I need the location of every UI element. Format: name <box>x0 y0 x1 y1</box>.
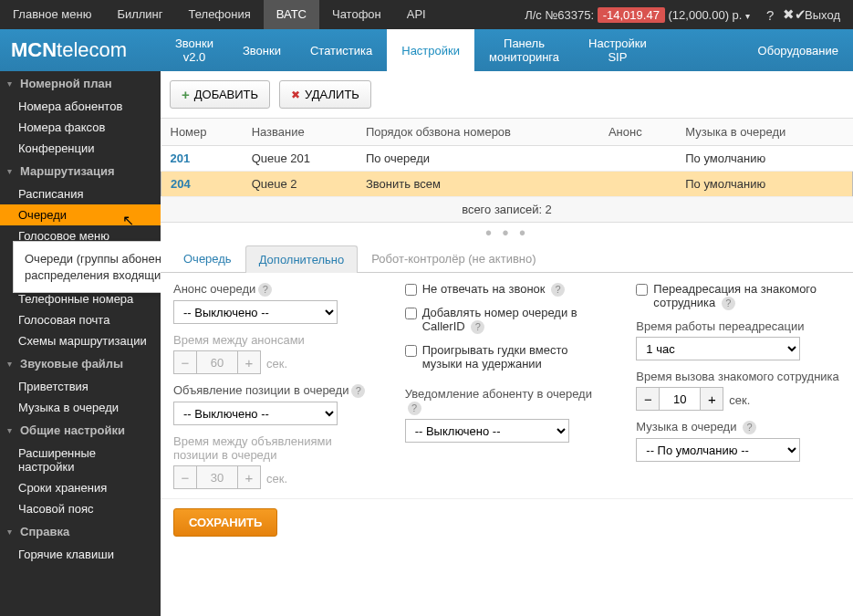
table-footer: всего записей: 2 <box>161 197 853 223</box>
form-additional: Анонс очереди? -- Выключено -- Время меж… <box>161 273 853 498</box>
col-number[interactable]: Номер <box>161 119 243 146</box>
label-music: Музыка в очереди ? <box>636 420 840 434</box>
add-button[interactable]: ДОБАВИТЬ <box>170 80 270 109</box>
sidebar-item-voicemail[interactable]: Голосовая почта <box>0 309 161 330</box>
chk-redirect[interactable]: Переадресация на знакомого сотрудника ? <box>636 282 840 310</box>
nav-monitoring[interactable]: Панель мониторинга <box>474 29 574 71</box>
sidebar-group-help[interactable]: ▾Справка <box>0 519 161 544</box>
label-familiar-call: Время вызова знакомого сотрудника <box>636 370 840 383</box>
account-info[interactable]: Л/с №63375: -14,019.47 (12,000.00) р. ▾ <box>525 8 759 22</box>
help-icon[interactable]: ? <box>471 320 484 334</box>
stepper-familiar-call: − + <box>636 387 723 411</box>
topnav-item-main[interactable]: Главное меню <box>0 0 104 29</box>
nav-equipment[interactable]: Оборудование <box>744 29 853 71</box>
sidebar-item-subscriber-numbers[interactable]: Номера абонентов <box>0 96 161 117</box>
select-anons[interactable]: -- Выключено -- <box>173 300 338 324</box>
stepper-plus[interactable]: + <box>700 387 723 411</box>
help-icon[interactable]: ? <box>743 421 756 434</box>
delete-button[interactable]: УДАЛИТЬ <box>279 80 371 109</box>
topnav-item-vats[interactable]: ВАТС <box>264 0 319 29</box>
help-icon[interactable]: ? <box>351 384 365 398</box>
sidebar: ▾Номерной план Номера абонентов Номера ф… <box>0 71 161 616</box>
tab-robot[interactable]: Робот-контролёр (не активно) <box>358 245 549 272</box>
nav-calls-v2[interactable]: Звонки v2.0 <box>161 29 228 71</box>
label-notify: Уведомление абоненту в очереди ? <box>405 387 609 415</box>
form-col-3: Переадресация на знакомого сотрудника ? … <box>636 282 840 489</box>
sidebar-item-schedules[interactable]: Расписания <box>0 183 161 204</box>
col-anons[interactable]: Анонс <box>599 119 676 146</box>
topnav-item-chatophone[interactable]: Чатофон <box>319 0 394 29</box>
sidebar-item-queues[interactable]: Очереди <box>0 204 161 225</box>
col-name[interactable]: Название <box>243 119 357 146</box>
sidebar-group-routing[interactable]: ▾Маршрутизация <box>0 159 161 183</box>
toolbar: ДОБАВИТЬ УДАЛИТЬ <box>161 71 853 119</box>
cell-num: 201 <box>161 146 243 172</box>
help-icon[interactable]: ? <box>551 283 565 297</box>
stepper-input[interactable] <box>197 465 237 489</box>
logo: MCNtelecom <box>0 29 161 71</box>
topnav-item-api[interactable]: API <box>394 0 439 29</box>
tab-queue[interactable]: Очередь <box>170 245 245 272</box>
cell-music: По умолчанию <box>676 146 852 172</box>
stepper-minus[interactable]: − <box>173 465 197 489</box>
logout-link[interactable]: Выход <box>792 8 853 22</box>
queues-table: Номер Название Порядок обзвона номеров А… <box>161 119 853 197</box>
select-notify[interactable]: -- Выключено -- <box>405 419 569 443</box>
stepper-input[interactable] <box>197 350 237 374</box>
table-row[interactable]: 204 Queue 2 Звонить всем По умолчанию <box>161 172 853 197</box>
nav-settings[interactable]: Настройки <box>387 29 474 71</box>
topnav-item-telephony[interactable]: Телефония <box>176 0 264 29</box>
cell-anons <box>599 146 676 172</box>
save-button[interactable]: СОХРАНИТЬ <box>173 508 277 537</box>
chk-no-answer[interactable]: Не отвечать на звонок ? <box>405 282 609 297</box>
help-icon[interactable]: ? <box>408 402 421 415</box>
sidebar-group-sounds[interactable]: ▾Звуковые файлы <box>0 351 161 376</box>
sidebar-group-numberplan[interactable]: ▾Номерной план <box>0 71 161 96</box>
table-row[interactable]: 201 Queue 201 По очереди По умолчанию <box>161 146 853 172</box>
sidebar-item-retention[interactable]: Сроки хранения <box>0 477 161 498</box>
cell-name: Queue 2 <box>243 172 357 197</box>
dropdown-caret-icon: ▾ <box>745 11 750 21</box>
stepper-plus[interactable]: + <box>237 350 261 374</box>
help-icon[interactable]: ? <box>722 297 735 310</box>
chk-beeps[interactable]: Проигрывать гудки вместо музыки на удерж… <box>405 343 609 371</box>
chk-add-callerid[interactable]: Добавлять номер очереди в CallerID ? <box>405 306 609 334</box>
sidebar-item-advanced[interactable]: Расширенные настройки <box>0 443 161 477</box>
nav-stats[interactable]: Статистика <box>296 29 387 71</box>
help-icon[interactable]: ? <box>759 7 775 23</box>
stepper-input[interactable] <box>660 387 700 411</box>
col-music[interactable]: Музыка в очереди <box>676 119 852 146</box>
detail-tabs: Очередь Дополнительно Робот-контролёр (н… <box>161 245 853 273</box>
form-col-1: Анонс очереди? -- Выключено -- Время меж… <box>173 282 378 489</box>
sidebar-item-timezone[interactable]: Часовой пояс <box>0 498 161 519</box>
sidebar-item-hotkeys[interactable]: Горячие клавиши <box>0 544 161 565</box>
account-label: Л/с №63375: <box>525 8 594 22</box>
sidebar-item-routing-schemes[interactable]: Схемы маршрутизации <box>0 330 161 351</box>
cell-order: По очереди <box>357 146 599 172</box>
nav-sip[interactable]: Настройки SIP <box>574 29 661 71</box>
nav-calls[interactable]: Звонки <box>228 29 296 71</box>
cell-music: По умолчанию <box>676 172 852 197</box>
col-order[interactable]: Порядок обзвона номеров <box>357 119 599 146</box>
tools-icon[interactable]: ✖✔ <box>775 6 792 23</box>
select-redirect-time[interactable]: 1 час <box>636 337 800 360</box>
select-music[interactable]: -- По умолчанию -- <box>636 438 800 462</box>
sidebar-item-greetings[interactable]: Приветствия <box>0 376 161 397</box>
top-bar: Главное меню Биллинг Телефония ВАТС Чато… <box>0 0 853 29</box>
topnav-item-billing[interactable]: Биллинг <box>104 0 175 29</box>
stepper-plus[interactable]: + <box>237 465 261 489</box>
sidebar-item-hold-music[interactable]: Музыка в очереди <box>0 397 161 418</box>
tab-additional[interactable]: Дополнительно <box>245 245 359 273</box>
select-position[interactable]: -- Выключено -- <box>173 402 338 425</box>
stepper-between-anons: − + <box>173 350 261 374</box>
stepper-minus[interactable]: − <box>636 387 660 411</box>
stepper-minus[interactable]: − <box>173 350 197 374</box>
pane-splitter[interactable]: • • • <box>161 223 853 241</box>
sidebar-item-fax-numbers[interactable]: Номера факсов <box>0 117 161 138</box>
sidebar-item-conferences[interactable]: Конференции <box>0 138 161 159</box>
label-between-anons: Время между анонсами <box>173 333 378 347</box>
help-icon[interactable]: ? <box>258 283 272 297</box>
label-position: Объявление позиции в очереди? <box>173 383 378 398</box>
sidebar-group-general[interactable]: ▾Общие настройки <box>0 418 161 443</box>
label-redirect-time: Время работы переадресации <box>636 319 840 333</box>
